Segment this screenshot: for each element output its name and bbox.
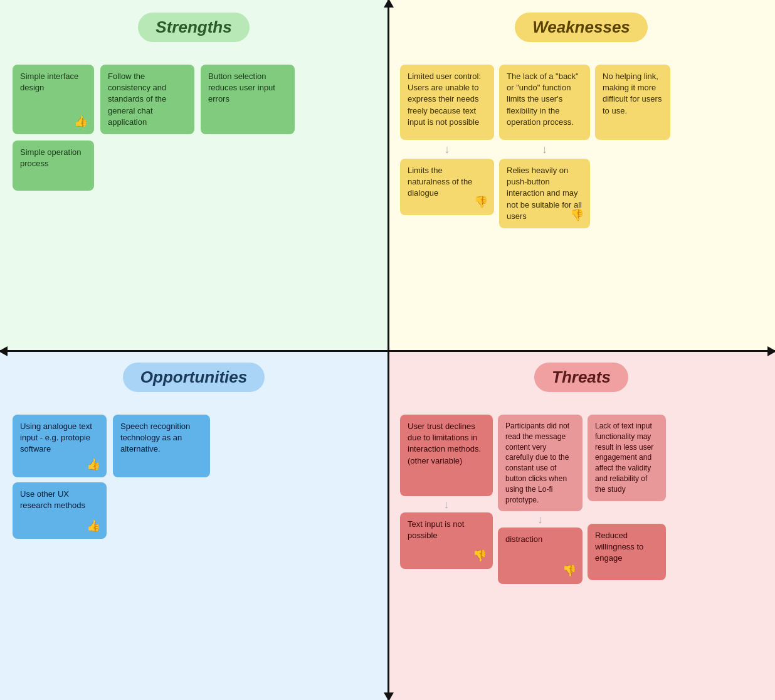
opportunity-card-3: Use other UX research methods 👍: [13, 482, 107, 539]
thumbs-down-icon-w4: 👎: [474, 194, 488, 210]
strengths-row2: Simple operation process: [13, 141, 375, 191]
opp-row1: Using analogue text input - e.g. protopi…: [13, 415, 375, 477]
thumbs-up-icon: 👍: [74, 114, 88, 129]
connector-arrow-t1: ↓: [444, 499, 450, 510]
threat-card-4-text: Text input is not possible: [408, 519, 464, 540]
opp-row2: Use other UX research methods 👍: [13, 482, 375, 539]
threat-col-3: Lack of text input functionality may res…: [588, 415, 666, 584]
opportunity-card-2-text: Speech recognition technology as an alte…: [120, 422, 190, 453]
strengths-label: Strengths: [138, 13, 249, 42]
strength-card-2-text: Follow the consistency and standards of …: [108, 72, 166, 127]
strength-card-2: Follow the consistency and standards of …: [100, 65, 194, 134]
threat-card-6: Reduced willingness to engage: [588, 524, 666, 580]
weaknesses-label: Weaknesses: [515, 13, 648, 42]
opportunity-card-2: Speech recognition technology as an alte…: [113, 415, 210, 477]
connector-arrow-1: ↓: [445, 144, 450, 155]
vertical-axis: [388, 0, 389, 700]
threat-card-2-text: Participants did not read the message co…: [505, 422, 569, 504]
threat-card-5: distraction 👎: [498, 528, 583, 584]
weakness-card-4: Limits the naturalness of the dialogue 👎: [400, 159, 494, 215]
threats-label: Threats: [534, 363, 628, 392]
threat-card-3: Lack of text input functionality may res…: [588, 415, 666, 501]
thumbs-down-icon-t4: 👎: [473, 548, 487, 564]
threats-quadrant: Threats User trust declines due to limit…: [388, 350, 775, 700]
opportunities-label: Opportunities: [123, 363, 265, 392]
weaknesses-row1: Limited user control: Users are unable t…: [400, 65, 762, 228]
weakness-col-2: The lack of a "back" or "undo" function …: [499, 65, 590, 228]
weakness-card-4-text: Limits the naturalness of the dialogue: [408, 166, 472, 198]
threat-card-1-text: User trust declines due to limitations i…: [408, 422, 481, 465]
weakness-card-2-text: The lack of a "back" or "undo" function …: [507, 72, 579, 127]
strength-card-3: Button selection reduces user input erro…: [201, 65, 295, 134]
strength-card-1-text: Simple interface design: [20, 72, 78, 92]
strength-card-3-text: Button selection reduces user input erro…: [208, 72, 275, 103]
weakness-col-1: Limited user control: Users are unable t…: [400, 65, 494, 215]
opportunities-layout: Using analogue text input - e.g. protopi…: [13, 415, 375, 539]
threat-card-4: Text input is not possible 👎: [400, 512, 493, 569]
weakness-card-1-text: Limited user control: Users are unable t…: [408, 72, 481, 127]
threat-col-2: Participants did not read the message co…: [498, 415, 583, 584]
arrow-left-icon: [0, 346, 8, 356]
weakness-card-2: The lack of a "back" or "undo" function …: [499, 65, 590, 140]
threat-card-6-text: Reduced willingness to engage: [595, 531, 643, 563]
weakness-col-3: No helping link, making it more difficul…: [595, 65, 670, 140]
opportunity-card-1: Using analogue text input - e.g. protopi…: [13, 415, 107, 477]
connector-arrow-t2: ↓: [537, 514, 543, 525]
swot-diagram: Strengths Simple interface design 👍 Foll…: [0, 0, 775, 700]
arrow-up-icon: [384, 0, 394, 8]
weakness-card-3-text: No helping link, making it more difficul…: [603, 72, 662, 115]
thumbs-down-icon-w5: 👎: [570, 208, 584, 223]
opportunity-card-1-text: Using analogue text input - e.g. protopi…: [20, 422, 92, 453]
threats-layout: User trust declines due to limitations i…: [400, 415, 762, 584]
arrow-down-icon: [384, 692, 394, 700]
strength-card-1: Simple interface design 👍: [13, 65, 94, 134]
threat-card-3-text: Lack of text input functionality may res…: [595, 422, 653, 494]
threat-card-1: User trust declines due to limitations i…: [400, 415, 493, 496]
threat-card-5-text: distraction: [505, 534, 542, 544]
thumbs-up-icon-o1: 👍: [87, 457, 100, 472]
opportunity-card-3-text: Use other UX research methods: [20, 489, 85, 510]
opportunities-quadrant: Opportunities Using analogue text input …: [0, 350, 388, 700]
strengths-quadrant: Strengths Simple interface design 👍 Foll…: [0, 0, 388, 350]
weaknesses-quadrant: Weaknesses Limited user control: Users a…: [388, 0, 775, 350]
arrow-right-icon: [767, 346, 775, 356]
weakness-card-1: Limited user control: Users are unable t…: [400, 65, 494, 140]
thumbs-up-icon-o3: 👍: [87, 518, 100, 534]
threat-col-1: User trust declines due to limitations i…: [400, 415, 493, 584]
strength-card-4-text: Simple operation process: [20, 147, 82, 168]
weakness-card-3: No helping link, making it more difficul…: [595, 65, 670, 140]
connector-arrow-2: ↓: [542, 144, 547, 155]
threat-card-2: Participants did not read the message co…: [498, 415, 583, 511]
strength-card-4: Simple operation process: [13, 141, 94, 191]
thumbs-down-icon-t5: 👎: [562, 563, 576, 579]
weakness-card-5: Relies heavily on push-button interactio…: [499, 159, 590, 228]
strengths-row1: Simple interface design 👍 Follow the con…: [13, 65, 375, 134]
